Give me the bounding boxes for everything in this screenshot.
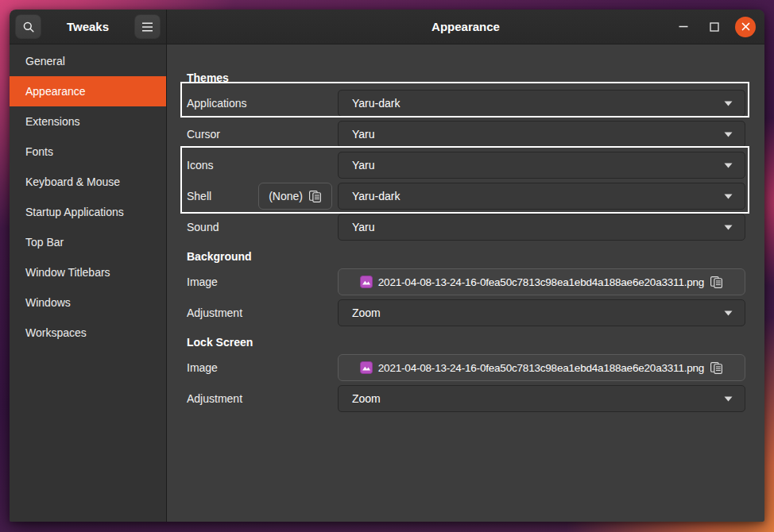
copy-icon [710, 361, 723, 375]
settings-row: Image 2021-04-08-13-24-16-0fea50c7813c98… [187, 354, 745, 381]
sidebar-item-keyboard-mouse[interactable]: Keyboard & Mouse [10, 167, 166, 197]
themes-heading: Themes [187, 71, 745, 84]
sidebar-item-label: Window Titlebars [25, 266, 110, 279]
settings-section: Background Image 2021-04-08-13-24-16-0fe… [187, 250, 745, 326]
row-label-cell: Sound [187, 221, 338, 233]
row-label-cell: Icons [187, 159, 338, 172]
close-button[interactable] [735, 17, 756, 37]
shell-none-label: (None) [269, 190, 303, 202]
settings-row: Adjustment Zoom [187, 385, 745, 412]
sidebar-item-label: General [25, 55, 65, 67]
themes-applications-dropdown[interactable]: Yaru-dark [338, 90, 745, 117]
row-label: Image [187, 361, 218, 374]
sidebar-item-extensions[interactable]: Extensions [10, 106, 166, 137]
sidebar-item-fonts[interactable]: Fonts [10, 137, 166, 167]
row-label: Sound [187, 221, 219, 233]
section-rows: Applications Yaru-dark Cursor Yaru Icons… [187, 90, 745, 241]
sidebar-headerbar: Tweaks [10, 10, 167, 44]
hamburger-icon [141, 22, 153, 32]
page-title: Appearance [432, 20, 500, 33]
window-controls [673, 10, 756, 44]
sidebar-item-window-titlebars[interactable]: Window Titlebars [10, 257, 166, 287]
row-label-cell: Cursor [187, 128, 338, 141]
lock-screen-adjustment-dropdown[interactable]: Zoom [338, 385, 745, 412]
row-label-cell: Shell (None) [187, 183, 338, 210]
desktop-background: { "window": { "sidebar": { "title": "Twe… [0, 0, 774, 532]
dropdown-value: Zoom [352, 306, 724, 319]
maximize-icon [710, 22, 719, 32]
sidebar-item-label: Workspaces [25, 326, 87, 339]
row-label: Shell [187, 190, 211, 202]
settings-row: Adjustment Zoom [187, 299, 745, 326]
sidebar-nav: General Appearance Extensions Fonts Keyb… [10, 44, 167, 522]
chevron-down-icon [724, 132, 733, 137]
image-thumbnail-icon [360, 361, 373, 374]
search-icon [22, 21, 35, 33]
sidebar-item-label: Keyboard & Mouse [25, 175, 120, 188]
row-label: Icons [187, 159, 213, 172]
row-label-cell: Image [187, 276, 338, 288]
image-filename: 2021-04-08-13-24-16-0fea50c7813c98ea1ebd… [378, 276, 704, 288]
background-heading: Background [187, 250, 745, 263]
dropdown-value: Yaru [352, 159, 724, 172]
sidebar-item-label: Windows [25, 296, 71, 309]
row-label: Applications [187, 97, 247, 110]
minimize-icon [679, 25, 688, 28]
dropdown-value: Zoom [352, 392, 724, 405]
minimize-button[interactable] [673, 17, 694, 37]
background-adjustment-dropdown[interactable]: Zoom [338, 299, 745, 326]
dropdown-value: Yaru [352, 221, 724, 233]
sidebar-item-top-bar[interactable]: Top Bar [10, 227, 166, 257]
lock-screen-image-button[interactable]: 2021-04-08-13-24-16-0fea50c7813c98ea1ebd… [338, 354, 745, 381]
maximize-button[interactable] [704, 17, 725, 37]
sidebar-item-workspaces[interactable]: Workspaces [10, 318, 166, 348]
settings-row: Icons Yaru [187, 152, 745, 179]
settings-row: Image 2021-04-08-13-24-16-0fea50c7813c98… [187, 268, 745, 295]
shell-none-button[interactable]: (None) [258, 183, 332, 210]
sidebar-item-label: Extensions [25, 115, 79, 128]
dropdown-value: Yaru [352, 128, 724, 141]
settings-row: Cursor Yaru [187, 121, 745, 148]
themes-icons-dropdown[interactable]: Yaru [338, 152, 745, 179]
chevron-down-icon [724, 163, 733, 168]
app-title: Tweaks [67, 20, 109, 33]
copy-icon [308, 190, 322, 203]
row-label-cell: Applications [187, 97, 338, 110]
search-button[interactable] [15, 14, 41, 39]
lock-screen-heading: Lock Screen [187, 336, 745, 349]
image-filename: 2021-04-08-13-24-16-0fea50c7813c98ea1ebd… [378, 362, 704, 374]
background-image-button[interactable]: 2021-04-08-13-24-16-0fea50c7813c98ea1ebd… [338, 268, 745, 295]
settings-row: Sound Yaru [187, 214, 745, 241]
dropdown-value: Yaru-dark [352, 190, 724, 202]
chevron-down-icon [724, 310, 733, 316]
sidebar-item-windows[interactable]: Windows [10, 287, 166, 318]
settings-row: Applications Yaru-dark [187, 90, 745, 117]
row-label: Adjustment [187, 392, 242, 405]
section-rows: Image 2021-04-08-13-24-16-0fea50c7813c98… [187, 354, 745, 412]
sidebar-item-appearance[interactable]: Appearance [10, 76, 166, 106]
sidebar-item-general[interactable]: General [10, 46, 166, 76]
chevron-down-icon [724, 101, 733, 106]
sidebar-item-startup-applications[interactable]: Startup Applications [10, 197, 166, 227]
sidebar-item-label: Fonts [25, 145, 53, 158]
row-label: Image [187, 276, 218, 288]
section-rows: Image 2021-04-08-13-24-16-0fea50c7813c98… [187, 268, 745, 326]
themes-cursor-dropdown[interactable]: Yaru [338, 121, 745, 148]
settings-section: Themes Applications Yaru-dark Cursor Yar… [187, 71, 745, 241]
close-icon [741, 22, 750, 31]
chevron-down-icon [724, 396, 733, 402]
themes-shell-dropdown[interactable]: Yaru-dark [338, 183, 745, 210]
row-label-cell: Adjustment [187, 306, 338, 319]
sidebar-item-label: Startup Applications [25, 206, 124, 218]
chevron-down-icon [724, 225, 733, 230]
copy-icon [710, 276, 723, 289]
themes-sound-dropdown[interactable]: Yaru [338, 214, 745, 241]
dropdown-value: Yaru-dark [352, 97, 724, 110]
settings-section: Lock Screen Image 2021-04-08-13-24-16-0f… [187, 336, 745, 412]
image-thumbnail-icon [360, 276, 373, 288]
settings-list: Themes Applications Yaru-dark Cursor Yar… [167, 44, 764, 522]
tweaks-window: Tweaks Appearance [10, 10, 764, 522]
settings-row: Shell (None) Yaru-dark [187, 183, 745, 210]
main-headerbar: Appearance [167, 10, 764, 44]
menu-button[interactable] [134, 14, 161, 39]
